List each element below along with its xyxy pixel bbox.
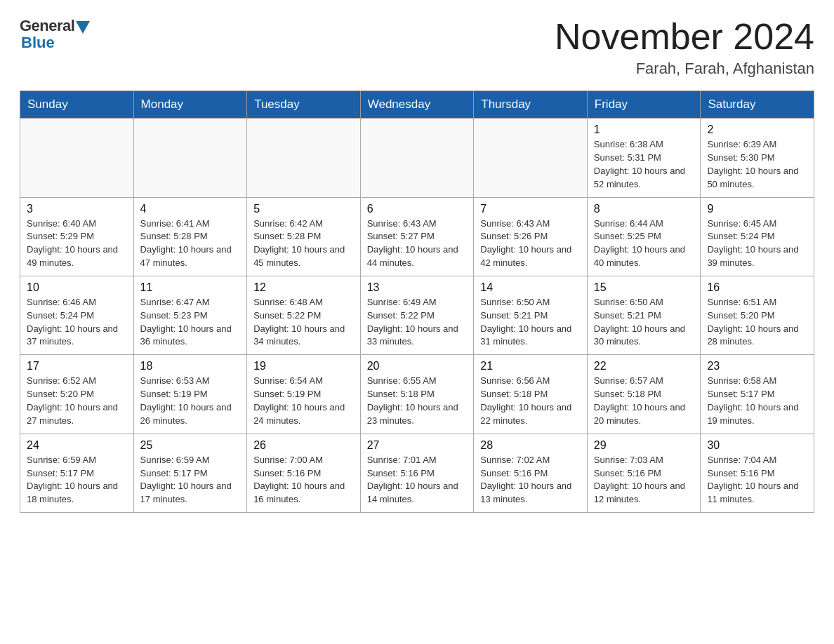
- calendar-header-monday: Monday: [133, 91, 247, 119]
- calendar-cell: [247, 119, 361, 197]
- calendar-cell: 13Sunrise: 6:49 AMSunset: 5:22 PMDayligh…: [360, 276, 474, 354]
- day-info: Sunrise: 7:03 AMSunset: 5:16 PMDaylight:…: [594, 454, 694, 507]
- day-number: 3: [27, 203, 127, 215]
- day-number: 26: [253, 439, 354, 452]
- day-number: 11: [140, 281, 241, 294]
- calendar-cell: 8Sunrise: 6:44 AMSunset: 5:25 PMDaylight…: [587, 197, 701, 276]
- day-number: 6: [367, 203, 468, 215]
- calendar-cell: 2Sunrise: 6:39 AMSunset: 5:30 PMDaylight…: [701, 119, 814, 197]
- day-number: 15: [594, 281, 694, 294]
- calendar-header-friday: Friday: [587, 91, 701, 119]
- calendar-header-thursday: Thursday: [474, 91, 588, 119]
- calendar-table: SundayMondayTuesdayWednesdayThursdayFrid…: [20, 90, 814, 513]
- calendar-cell: 4Sunrise: 6:41 AMSunset: 5:28 PMDaylight…: [133, 197, 247, 276]
- calendar-header-sunday: Sunday: [20, 91, 134, 119]
- calendar-cell: 24Sunrise: 6:59 AMSunset: 5:17 PMDayligh…: [20, 434, 134, 512]
- day-info: Sunrise: 6:56 AMSunset: 5:18 PMDaylight:…: [480, 375, 581, 427]
- calendar-cell: 29Sunrise: 7:03 AMSunset: 5:16 PMDayligh…: [587, 434, 701, 512]
- month-title: November 2024: [555, 17, 814, 57]
- day-info: Sunrise: 6:50 AMSunset: 5:21 PMDaylight:…: [594, 296, 694, 349]
- day-info: Sunrise: 7:02 AMSunset: 5:16 PMDaylight:…: [480, 454, 581, 507]
- calendar-cell: 28Sunrise: 7:02 AMSunset: 5:16 PMDayligh…: [474, 434, 588, 512]
- calendar-cell: [360, 119, 474, 197]
- day-number: 21: [480, 360, 581, 373]
- day-number: 28: [480, 439, 581, 452]
- logo-arrow-icon: [76, 21, 90, 34]
- calendar-header-row: SundayMondayTuesdayWednesdayThursdayFrid…: [20, 91, 814, 119]
- day-info: Sunrise: 6:46 AMSunset: 5:24 PMDaylight:…: [27, 296, 127, 349]
- day-info: Sunrise: 6:58 AMSunset: 5:17 PMDaylight:…: [707, 375, 807, 427]
- calendar-week-row: 17Sunrise: 6:52 AMSunset: 5:20 PMDayligh…: [20, 355, 814, 434]
- calendar-cell: 21Sunrise: 6:56 AMSunset: 5:18 PMDayligh…: [474, 355, 588, 434]
- day-info: Sunrise: 7:01 AMSunset: 5:16 PMDaylight:…: [367, 454, 468, 507]
- day-info: Sunrise: 6:52 AMSunset: 5:20 PMDaylight:…: [27, 375, 127, 427]
- calendar-cell: 11Sunrise: 6:47 AMSunset: 5:23 PMDayligh…: [133, 276, 247, 354]
- calendar-cell: 5Sunrise: 6:42 AMSunset: 5:28 PMDaylight…: [247, 197, 361, 276]
- calendar-cell: 16Sunrise: 6:51 AMSunset: 5:20 PMDayligh…: [701, 276, 814, 354]
- day-info: Sunrise: 6:43 AMSunset: 5:27 PMDaylight:…: [367, 217, 468, 270]
- day-number: 27: [367, 439, 468, 452]
- day-number: 24: [27, 439, 127, 452]
- day-number: 30: [707, 439, 807, 452]
- calendar-cell: 17Sunrise: 6:52 AMSunset: 5:20 PMDayligh…: [20, 355, 134, 434]
- day-number: 2: [707, 123, 807, 136]
- title-block: November 2024 Farah, Farah, Afghanistan: [555, 17, 814, 78]
- day-number: 14: [480, 281, 581, 294]
- calendar-cell: 7Sunrise: 6:43 AMSunset: 5:26 PMDaylight…: [474, 197, 588, 276]
- calendar-cell: 22Sunrise: 6:57 AMSunset: 5:18 PMDayligh…: [587, 355, 701, 434]
- day-info: Sunrise: 6:39 AMSunset: 5:30 PMDaylight:…: [707, 138, 807, 191]
- day-number: 10: [27, 281, 127, 294]
- calendar-cell: 27Sunrise: 7:01 AMSunset: 5:16 PMDayligh…: [360, 434, 474, 512]
- day-info: Sunrise: 6:42 AMSunset: 5:28 PMDaylight:…: [253, 217, 354, 270]
- calendar-cell: 18Sunrise: 6:53 AMSunset: 5:19 PMDayligh…: [133, 355, 247, 434]
- calendar-cell: 26Sunrise: 7:00 AMSunset: 5:16 PMDayligh…: [247, 434, 361, 512]
- day-number: 17: [27, 360, 127, 373]
- day-number: 9: [707, 203, 807, 215]
- calendar-week-row: 24Sunrise: 6:59 AMSunset: 5:17 PMDayligh…: [20, 434, 814, 512]
- day-info: Sunrise: 7:00 AMSunset: 5:16 PMDaylight:…: [253, 454, 354, 507]
- day-info: Sunrise: 6:59 AMSunset: 5:17 PMDaylight:…: [27, 454, 127, 507]
- day-number: 1: [594, 123, 694, 136]
- calendar-cell: [474, 119, 588, 197]
- day-info: Sunrise: 6:41 AMSunset: 5:28 PMDaylight:…: [140, 217, 241, 270]
- calendar-cell: 30Sunrise: 7:04 AMSunset: 5:16 PMDayligh…: [701, 434, 814, 512]
- calendar-header-saturday: Saturday: [701, 91, 814, 119]
- calendar-cell: 15Sunrise: 6:50 AMSunset: 5:21 PMDayligh…: [587, 276, 701, 354]
- location-title: Farah, Farah, Afghanistan: [555, 60, 814, 78]
- calendar-cell: 9Sunrise: 6:45 AMSunset: 5:24 PMDaylight…: [701, 197, 814, 276]
- calendar-cell: 1Sunrise: 6:38 AMSunset: 5:31 PMDaylight…: [587, 119, 701, 197]
- calendar-cell: 25Sunrise: 6:59 AMSunset: 5:17 PMDayligh…: [133, 434, 247, 512]
- day-number: 18: [140, 360, 241, 373]
- day-info: Sunrise: 6:57 AMSunset: 5:18 PMDaylight:…: [594, 375, 694, 427]
- day-number: 7: [480, 203, 581, 215]
- page-header: General Blue November 2024 Farah, Farah,…: [20, 17, 814, 78]
- calendar-cell: 10Sunrise: 6:46 AMSunset: 5:24 PMDayligh…: [20, 276, 134, 354]
- calendar-cell: 19Sunrise: 6:54 AMSunset: 5:19 PMDayligh…: [247, 355, 361, 434]
- day-info: Sunrise: 6:40 AMSunset: 5:29 PMDaylight:…: [27, 217, 127, 270]
- day-number: 16: [707, 281, 807, 294]
- day-number: 20: [367, 360, 468, 373]
- day-number: 29: [594, 439, 694, 452]
- day-number: 19: [253, 360, 354, 373]
- day-info: Sunrise: 6:49 AMSunset: 5:22 PMDaylight:…: [367, 296, 468, 349]
- day-info: Sunrise: 6:55 AMSunset: 5:18 PMDaylight:…: [367, 375, 468, 427]
- logo-blue-text: Blue: [21, 34, 55, 52]
- logo-general-text: General: [20, 17, 74, 35]
- day-number: 5: [253, 203, 354, 215]
- day-info: Sunrise: 6:50 AMSunset: 5:21 PMDaylight:…: [480, 296, 581, 349]
- calendar-cell: [133, 119, 247, 197]
- day-info: Sunrise: 6:38 AMSunset: 5:31 PMDaylight:…: [594, 138, 694, 191]
- day-number: 8: [594, 203, 694, 215]
- calendar-week-row: 1Sunrise: 6:38 AMSunset: 5:31 PMDaylight…: [20, 119, 814, 197]
- day-info: Sunrise: 6:59 AMSunset: 5:17 PMDaylight:…: [140, 454, 241, 507]
- day-info: Sunrise: 6:53 AMSunset: 5:19 PMDaylight:…: [140, 375, 241, 427]
- day-info: Sunrise: 7:04 AMSunset: 5:16 PMDaylight:…: [707, 454, 807, 507]
- day-number: 22: [594, 360, 694, 373]
- day-info: Sunrise: 6:51 AMSunset: 5:20 PMDaylight:…: [707, 296, 807, 349]
- day-number: 23: [707, 360, 807, 373]
- day-number: 13: [367, 281, 468, 294]
- day-info: Sunrise: 6:45 AMSunset: 5:24 PMDaylight:…: [707, 217, 807, 270]
- day-info: Sunrise: 6:48 AMSunset: 5:22 PMDaylight:…: [253, 296, 354, 349]
- day-number: 12: [253, 281, 354, 294]
- calendar-cell: 23Sunrise: 6:58 AMSunset: 5:17 PMDayligh…: [701, 355, 814, 434]
